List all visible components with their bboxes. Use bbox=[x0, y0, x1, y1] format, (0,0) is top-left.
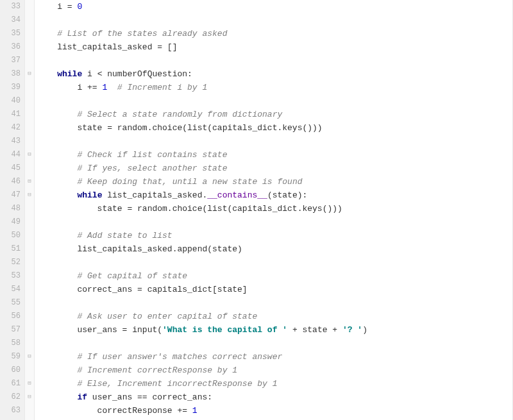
code-line[interactable]: # If yes, select another state bbox=[37, 162, 512, 175]
line-number: 33 bbox=[3, 0, 21, 13]
line-number: 36 bbox=[3, 40, 21, 54]
line-number: 57 bbox=[3, 323, 21, 337]
fold-marker bbox=[25, 242, 34, 256]
fold-marker[interactable]: ⊟ bbox=[25, 67, 34, 81]
fold-marker bbox=[25, 404, 34, 417]
line-number: 44 bbox=[3, 148, 21, 162]
fold-marker bbox=[25, 94, 34, 108]
fold-marker bbox=[25, 202, 34, 215]
line-number: 48 bbox=[3, 202, 21, 215]
fold-marker[interactable]: ⊟ bbox=[25, 148, 34, 162]
code-line[interactable]: # Else, Increment incorrectResponse by 1 bbox=[37, 377, 512, 391]
fold-marker bbox=[25, 269, 34, 283]
code-line[interactable] bbox=[37, 337, 512, 350]
fold-marker bbox=[25, 323, 34, 337]
line-number: 43 bbox=[3, 135, 21, 148]
fold-marker[interactable]: ⊟ bbox=[25, 350, 34, 364]
fold-marker bbox=[25, 256, 34, 269]
code-line[interactable]: i = 0 bbox=[37, 0, 512, 13]
fold-marker bbox=[25, 162, 34, 175]
code-line[interactable] bbox=[37, 94, 512, 108]
fold-marker bbox=[25, 40, 34, 54]
line-number: 60 bbox=[3, 364, 21, 377]
code-line[interactable]: # Get capital of state bbox=[37, 269, 512, 283]
code-line[interactable]: while list_capitals_asked.__contains__(s… bbox=[37, 189, 512, 202]
code-line[interactable]: # Select a state randomly from dictionar… bbox=[37, 108, 512, 121]
code-line[interactable]: while i < numberOfQuestion: bbox=[37, 67, 512, 81]
fold-marker bbox=[25, 229, 34, 242]
line-number: 39 bbox=[3, 81, 21, 94]
line-number: 46 bbox=[3, 175, 21, 189]
code-line[interactable]: correctResponse += 1 bbox=[37, 404, 512, 417]
line-number: 58 bbox=[3, 337, 21, 350]
code-line[interactable] bbox=[37, 256, 512, 269]
code-line[interactable]: state = random.choice(list(capitals_dict… bbox=[37, 202, 512, 215]
fold-marker bbox=[25, 283, 34, 296]
line-number: 55 bbox=[3, 296, 21, 310]
fold-marker bbox=[25, 215, 34, 229]
code-line[interactable]: # Add state to list bbox=[37, 229, 512, 242]
line-number: 52 bbox=[3, 256, 21, 269]
code-line[interactable]: i += 1 # Increment i by 1 bbox=[37, 81, 512, 94]
code-line[interactable] bbox=[37, 54, 512, 67]
line-number: 41 bbox=[3, 108, 21, 121]
line-number: 34 bbox=[3, 13, 21, 27]
line-number: 47 bbox=[3, 189, 21, 202]
line-number: 37 bbox=[3, 54, 21, 67]
line-number: 40 bbox=[3, 94, 21, 108]
code-line[interactable]: # List of the states already asked bbox=[37, 27, 512, 40]
code-line[interactable]: state = random.choice(list(capitals_dict… bbox=[37, 121, 512, 135]
code-line[interactable]: # Increment correctResponse by 1 bbox=[37, 364, 512, 377]
code-line[interactable]: # Keep doing that, until a new state is … bbox=[37, 175, 512, 189]
fold-gutter: ⊟⊟⊡⊟⊟⊡⊟ bbox=[25, 0, 35, 420]
fold-marker bbox=[25, 337, 34, 350]
line-number: 53 bbox=[3, 269, 21, 283]
line-number: 54 bbox=[3, 283, 21, 296]
line-number: 62 bbox=[3, 391, 21, 404]
fold-marker bbox=[25, 13, 34, 27]
fold-marker bbox=[25, 310, 34, 323]
code-line[interactable]: list_capitals_asked = [] bbox=[37, 40, 512, 54]
code-line[interactable] bbox=[37, 215, 512, 229]
fold-marker bbox=[25, 296, 34, 310]
fold-marker bbox=[25, 108, 34, 121]
fold-marker bbox=[25, 364, 34, 377]
code-line[interactable]: # If user answer's matches correct answe… bbox=[37, 350, 512, 364]
fold-marker[interactable]: ⊡ bbox=[25, 175, 34, 189]
fold-marker[interactable]: ⊟ bbox=[25, 391, 34, 404]
line-number: 59 bbox=[3, 350, 21, 364]
fold-marker bbox=[25, 121, 34, 135]
line-number: 50 bbox=[3, 229, 21, 242]
line-number-gutter: 3334353637383940414243444546474849505152… bbox=[0, 0, 25, 420]
line-number: 63 bbox=[3, 404, 21, 417]
fold-marker bbox=[25, 81, 34, 94]
line-number: 49 bbox=[3, 215, 21, 229]
line-number: 51 bbox=[3, 242, 21, 256]
code-line[interactable]: correct_ans = capitals_dict[state] bbox=[37, 283, 512, 296]
code-area[interactable]: i = 0 # List of the states already asked… bbox=[35, 0, 512, 420]
fold-marker bbox=[25, 54, 34, 67]
fold-marker[interactable]: ⊟ bbox=[25, 189, 34, 202]
code-line[interactable]: user_ans = input('What is the capital of… bbox=[37, 323, 512, 337]
code-line[interactable]: list_capitals_asked.append(state) bbox=[37, 242, 512, 256]
fold-marker bbox=[25, 0, 34, 13]
code-line[interactable] bbox=[37, 296, 512, 310]
line-number: 38 bbox=[3, 67, 21, 81]
code-line[interactable]: # Check if list contains state bbox=[37, 148, 512, 162]
line-number: 42 bbox=[3, 121, 21, 135]
fold-marker[interactable]: ⊡ bbox=[25, 377, 34, 391]
code-line[interactable]: if user_ans == correct_ans: bbox=[37, 391, 512, 404]
line-number: 35 bbox=[3, 27, 21, 40]
code-line[interactable] bbox=[37, 13, 512, 27]
line-number: 45 bbox=[3, 162, 21, 175]
code-line[interactable] bbox=[37, 135, 512, 148]
line-number: 61 bbox=[3, 377, 21, 391]
fold-marker bbox=[25, 135, 34, 148]
code-line[interactable]: # Ask user to enter capital of state bbox=[37, 310, 512, 323]
line-number: 56 bbox=[3, 310, 21, 323]
code-editor: 3334353637383940414243444546474849505152… bbox=[0, 0, 513, 420]
fold-marker bbox=[25, 27, 34, 40]
